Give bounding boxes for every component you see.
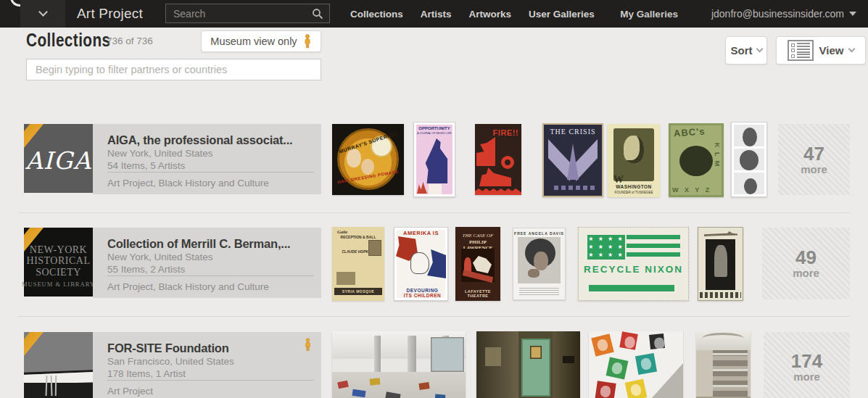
flag-stripes xyxy=(627,235,680,260)
thumbnail-fire-cover[interactable]: FIRE!! xyxy=(475,124,521,195)
thumbnail-abc-cover[interactable]: ABC's K L M W X Y Z xyxy=(669,123,724,197)
aiga-logo[interactable]: AIGA xyxy=(24,124,93,193)
door-window xyxy=(530,346,542,359)
collection-items-count: 178 Items, 1 Artist xyxy=(107,368,321,380)
search-icon[interactable] xyxy=(312,8,323,20)
collection-items-count: 55 Items, 2 Artists xyxy=(107,263,321,275)
chevron-down-icon xyxy=(38,7,48,17)
railing xyxy=(713,369,748,371)
account-email: jdonfro@businessinsider.com xyxy=(711,8,844,20)
portrait-tile xyxy=(591,333,614,357)
row-divider xyxy=(18,316,850,317)
sort-button[interactable]: Sort xyxy=(725,36,767,65)
forsite-logo-image[interactable] xyxy=(24,332,93,398)
deco-shape-right xyxy=(576,139,598,181)
thumbnail-free-angela-davis-poster[interactable]: FREE ANGELA DAVIS xyxy=(513,228,566,300)
my-galleries-link[interactable]: My Galleries xyxy=(620,9,678,20)
logo-line: HISTORICAL xyxy=(27,255,91,267)
collection-info-panel[interactable]: FOR-SITE Foundation San Francisco, Unite… xyxy=(93,332,321,398)
thumbnail-washington-print[interactable]: W WASHINGTON FOUNDER of TUSKEGEE xyxy=(608,124,660,197)
collapse-header-button[interactable] xyxy=(20,0,65,28)
pedestal xyxy=(429,184,442,194)
white-figure xyxy=(410,252,429,274)
more-label: more xyxy=(793,267,819,279)
featured-ribbon xyxy=(24,332,44,356)
thumbnail-philip-lawrence-poster[interactable]: THE CASE OF PHILIP LAWRENCE LAFAYETTE TH… xyxy=(455,227,500,301)
list-view-icon xyxy=(788,40,814,61)
floor-artwork xyxy=(418,382,429,390)
nyhs-logo[interactable]: NEW-YORK HISTORICAL SOCIETY MUSEUM & LIB… xyxy=(24,228,93,297)
collection-row-forsite: FOR-SITE Foundation San Francisco, Unite… xyxy=(0,330,868,398)
thumbnail-murrays-pomade[interactable]: MURRAY'S SUPERIOR HAIR DRESSING POMADE xyxy=(332,124,404,195)
nav-user-galleries[interactable]: User Galleries xyxy=(529,9,595,20)
dark-oval xyxy=(679,146,713,176)
thumbnail-rifles-border-poster[interactable] xyxy=(698,227,743,301)
collection-title: FOR-SITE Foundation xyxy=(107,341,321,355)
top-navigation-bar: Art Project Collections Artists Artworks… xyxy=(0,0,868,28)
caption-lines xyxy=(519,288,559,295)
nav-artists[interactable]: Artists xyxy=(421,9,452,20)
thumbnail-gala-reception-poster[interactable]: Gala RECEPTION & BALL CLAUDE HOPKINS SYR… xyxy=(332,227,384,301)
sphinx-shape xyxy=(479,167,511,186)
portrait-tile xyxy=(595,381,616,398)
artwork-base xyxy=(24,383,93,398)
logo-line: SOCIETY xyxy=(36,267,81,278)
stage-scene xyxy=(461,249,495,282)
thumbnail-cellblock-photo[interactable] xyxy=(696,331,751,398)
page-title: Collections xyxy=(26,29,111,51)
poster-venue: SYRIA MOSQUE xyxy=(334,288,382,295)
thumbnail-photo-triptych[interactable] xyxy=(731,122,767,197)
poster-line: THE CASE OF xyxy=(455,233,500,239)
thumbnail-opportunity-journal[interactable]: OPPORTUNITY A JOURNAL OF NEGRO LIFE xyxy=(413,122,455,197)
window-grid xyxy=(431,337,464,372)
portrait-tile xyxy=(625,379,648,398)
light-patch xyxy=(485,347,501,366)
green-flag: ★ ★ ★ ★ ★ ★ ★ ★ ★ ★ ★ ★ xyxy=(587,235,680,260)
side-letters: K L M xyxy=(714,143,721,167)
collection-info-panel[interactable]: AIGA, the professional associat... New Y… xyxy=(93,124,321,194)
thumbnail-amerika-poster[interactable]: AMERIKA IS DEVOURING ITS CHILDREN xyxy=(394,227,448,301)
collection-location: New York, United States xyxy=(107,251,321,263)
poster-line: ITS CHILDREN xyxy=(396,293,448,298)
panel-divider xyxy=(107,275,314,276)
app-title: Art Project xyxy=(77,0,143,28)
filter-input[interactable] xyxy=(26,59,321,80)
thumbnail-crisis-cover[interactable]: THE CRISIS xyxy=(542,123,603,197)
face-shape xyxy=(534,252,548,270)
deco-shape-left xyxy=(548,139,570,181)
thumbnail-recycle-nixon-poster[interactable]: ★ ★ ★ ★ ★ ★ ★ ★ ★ ★ ★ ★ RECYCLE NIXON xyxy=(578,227,689,301)
thumbnail-exhibition-hall-photo[interactable] xyxy=(332,331,466,398)
more-count: 49 xyxy=(795,248,817,267)
poster-venue: LAFAYETTE THEATRE xyxy=(455,289,500,298)
search-box[interactable] xyxy=(165,4,330,23)
band-photo xyxy=(336,272,355,285)
collection-tags: Art Project xyxy=(107,386,153,397)
account-dropdown-icon xyxy=(849,12,856,16)
photo-3 xyxy=(734,173,764,194)
more-items-button[interactable]: 47 more xyxy=(778,124,850,195)
nav-artworks[interactable]: Artworks xyxy=(469,9,512,20)
rifle-pattern-border xyxy=(700,292,741,298)
logo-line-small: MUSEUM & LIBRARY xyxy=(22,279,95,291)
star-row: ★ ★ ★ ★ xyxy=(587,243,625,251)
thumbnail-green-door-photo[interactable] xyxy=(476,331,580,398)
more-count: 174 xyxy=(791,352,822,370)
photo-center xyxy=(706,239,735,290)
portrait-tile xyxy=(619,331,637,349)
poster-title: OPPORTUNITY xyxy=(414,126,455,130)
thumbnail-popart-floor-photo[interactable] xyxy=(589,331,683,398)
museum-view-only-button[interactable]: Museum view only xyxy=(201,30,321,52)
collection-info-panel[interactable]: Collection of Merrill C. Berman,... New … xyxy=(93,228,321,298)
view-button[interactable]: View xyxy=(776,36,866,65)
collection-items-count: 54 Items, 5 Artists xyxy=(107,159,321,172)
account-menu[interactable]: jdonfro@businessinsider.com xyxy=(711,8,856,20)
photo-1 xyxy=(734,125,764,146)
nav-collections[interactable]: Collections xyxy=(350,9,403,20)
poster-name: WASHINGTON xyxy=(608,184,660,189)
search-input[interactable] xyxy=(173,8,312,20)
more-items-button[interactable]: 49 more xyxy=(762,228,850,299)
collection-row-aiga: AIGA AIGA, the professional associat... … xyxy=(0,122,868,199)
more-items-button[interactable]: 174 more xyxy=(764,332,850,398)
collection-location: San Francisco, United States xyxy=(107,355,321,368)
portrait-photo xyxy=(368,240,381,256)
